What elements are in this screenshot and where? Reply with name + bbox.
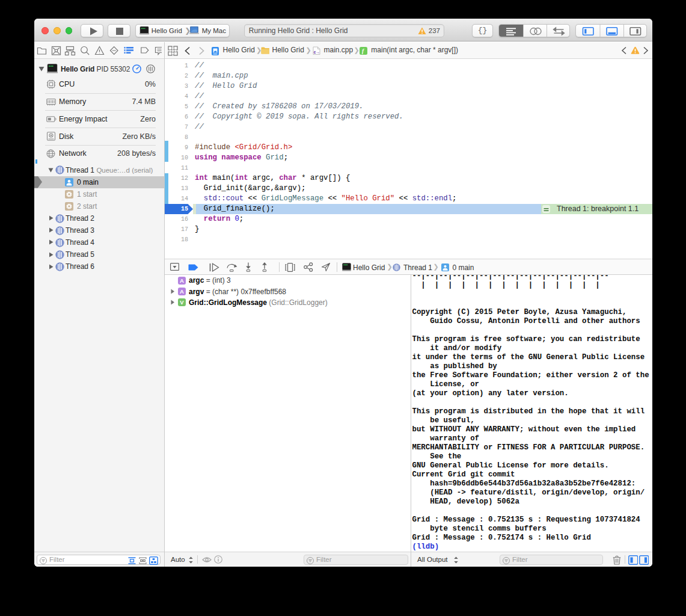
svg-text:c→: c→ bbox=[314, 50, 320, 54]
